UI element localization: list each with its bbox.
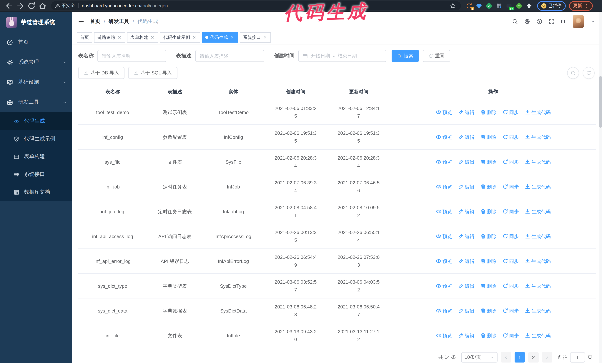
action-删除[interactable]: 删除 xyxy=(480,232,497,240)
action-生成代码[interactable]: 生成代码 xyxy=(524,158,551,166)
avatar[interactable] xyxy=(573,15,584,28)
tab-链路追踪[interactable]: 链路追踪✕ xyxy=(94,32,125,42)
refresh-table-button[interactable] xyxy=(583,67,595,79)
tab-首页[interactable]: 首页 xyxy=(77,32,92,42)
goto-page-input[interactable] xyxy=(570,352,585,363)
tab-系统接口[interactable]: 系统接口✕ xyxy=(240,32,271,42)
action-生成代码[interactable]: 生成代码 xyxy=(524,208,551,215)
action-预览[interactable]: 预览 xyxy=(435,183,452,190)
close-icon[interactable]: ✕ xyxy=(230,35,235,40)
help-icon[interactable] xyxy=(537,19,542,24)
tab-代码生成示例[interactable]: 代码生成示例✕ xyxy=(160,32,200,42)
action-预览[interactable]: 预览 xyxy=(435,232,452,240)
action-删除[interactable]: 删除 xyxy=(480,208,497,215)
action-预览[interactable]: 预览 xyxy=(435,108,452,116)
extension-check-circle-icon[interactable] xyxy=(486,2,492,9)
action-预览[interactable]: 预览 xyxy=(435,332,452,339)
action-预览[interactable]: 预览 xyxy=(435,158,452,166)
action-编辑[interactable]: 编辑 xyxy=(458,232,474,240)
page-button-2[interactable]: 2 xyxy=(528,352,539,363)
reload-button[interactable] xyxy=(27,1,36,10)
action-删除[interactable]: 删除 xyxy=(480,133,497,141)
logo[interactable]: 芋道管理系统 xyxy=(0,12,72,32)
action-删除[interactable]: 删除 xyxy=(480,183,497,190)
action-生成代码[interactable]: 生成代码 xyxy=(524,183,551,190)
action-删除[interactable]: 删除 xyxy=(480,257,497,265)
action-生成代码[interactable]: 生成代码 xyxy=(524,232,551,240)
extension-diamond-icon[interactable] xyxy=(476,2,482,9)
sidebar-item-系统管理[interactable]: 系统管理 xyxy=(0,52,72,72)
page-size-select[interactable]: 10条/页 xyxy=(461,352,497,363)
address-bar[interactable]: 不安全 dashboard.yudao.iocoder.cn/tool/code… xyxy=(51,1,461,10)
action-编辑[interactable]: 编辑 xyxy=(458,208,474,215)
reset-button[interactable]: 重置 xyxy=(423,50,450,62)
action-预览[interactable]: 预览 xyxy=(435,257,452,265)
chevron-down-icon[interactable] xyxy=(590,19,596,24)
action-预览[interactable]: 预览 xyxy=(435,208,452,215)
menu-dots-icon[interactable] xyxy=(584,1,589,10)
action-生成代码[interactable]: 生成代码 xyxy=(524,282,551,290)
back-button[interactable] xyxy=(5,1,14,10)
action-生成代码[interactable]: 生成代码 xyxy=(524,108,551,116)
action-预览[interactable]: 预览 xyxy=(435,133,452,141)
sidebar-subitem-表单构建[interactable]: 表单构建 xyxy=(0,148,72,166)
extension-paw-icon[interactable] xyxy=(526,2,532,9)
sidebar-subitem-系统接口[interactable]: 系统接口 xyxy=(0,166,72,183)
sidebar-item-基础设施[interactable]: 基础设施 xyxy=(0,72,72,92)
breadcrumb-devtools[interactable]: 研发工具 xyxy=(108,18,129,25)
sidebar-subitem-代码生成[interactable]: 代码生成 xyxy=(0,112,72,130)
import-db-button[interactable]: 基于 DB 导入 xyxy=(78,67,125,79)
action-同步[interactable]: 同步 xyxy=(502,232,519,240)
extension-grid-icon[interactable] xyxy=(496,2,502,9)
action-编辑[interactable]: 编辑 xyxy=(458,307,474,315)
prev-page-button[interactable] xyxy=(501,352,511,363)
action-删除[interactable]: 删除 xyxy=(480,282,497,290)
action-同步[interactable]: 同步 xyxy=(502,133,519,141)
github-icon[interactable] xyxy=(524,19,530,24)
sidebar-subitem-代码生成示例[interactable]: 代码生成示例 xyxy=(0,130,72,148)
page-button-1[interactable]: 1 xyxy=(515,352,525,363)
font-size-icon[interactable]: tT xyxy=(561,19,566,24)
close-icon[interactable]: ✕ xyxy=(150,35,155,40)
action-编辑[interactable]: 编辑 xyxy=(458,282,474,290)
action-生成代码[interactable]: 生成代码 xyxy=(524,332,551,339)
breadcrumb-home[interactable]: 首页 xyxy=(90,18,100,25)
scrollbar-thumb[interactable] xyxy=(599,76,602,128)
action-删除[interactable]: 删除 xyxy=(480,332,497,339)
sidebar-item-研发工具[interactable]: 研发工具 xyxy=(0,92,72,112)
action-同步[interactable]: 同步 xyxy=(502,183,519,190)
date-range-picker[interactable]: 开始日期 - 结束日期 xyxy=(298,50,387,62)
close-icon[interactable]: ✕ xyxy=(263,35,268,40)
action-编辑[interactable]: 编辑 xyxy=(458,183,474,190)
table-name-input[interactable] xyxy=(97,50,166,62)
action-生成代码[interactable]: 生成代码 xyxy=(524,257,551,265)
action-删除[interactable]: 删除 xyxy=(480,158,497,166)
search-button[interactable]: 搜索 xyxy=(392,50,419,62)
close-icon[interactable]: ✕ xyxy=(192,35,197,40)
close-icon[interactable]: ✕ xyxy=(117,35,122,40)
action-同步[interactable]: 同步 xyxy=(502,108,519,116)
forward-button[interactable] xyxy=(16,1,25,10)
bookmark-star-icon[interactable] xyxy=(450,1,456,10)
hamburger-icon[interactable] xyxy=(78,19,84,24)
start-date-placeholder[interactable]: 开始日期 xyxy=(311,52,330,59)
action-生成代码[interactable]: 生成代码 xyxy=(524,133,551,141)
action-生成代码[interactable]: 生成代码 xyxy=(524,307,551,315)
action-编辑[interactable]: 编辑 xyxy=(458,133,474,141)
sidebar-item-首页[interactable]: 首页 xyxy=(0,32,72,52)
action-删除[interactable]: 删除 xyxy=(480,307,497,315)
action-同步[interactable]: 同步 xyxy=(502,332,519,339)
update-button[interactable]: 更新 xyxy=(569,1,593,10)
action-编辑[interactable]: 编辑 xyxy=(458,108,474,116)
action-预览[interactable]: 预览 xyxy=(435,282,452,290)
action-同步[interactable]: 同步 xyxy=(502,282,519,290)
action-删除[interactable]: 删除 xyxy=(480,108,497,116)
tab-表单构建[interactable]: 表单构建✕ xyxy=(127,32,158,42)
paused-chip[interactable]: 已暂停 xyxy=(537,1,566,10)
action-同步[interactable]: 同步 xyxy=(502,307,519,315)
scrollbar-track[interactable] xyxy=(599,12,602,363)
extension-circular-arrow-icon[interactable]: 1 xyxy=(466,2,472,9)
fullscreen-icon[interactable] xyxy=(549,19,555,24)
table-desc-input[interactable] xyxy=(195,50,264,62)
tab-代码生成[interactable]: 代码生成✕ xyxy=(202,32,238,42)
